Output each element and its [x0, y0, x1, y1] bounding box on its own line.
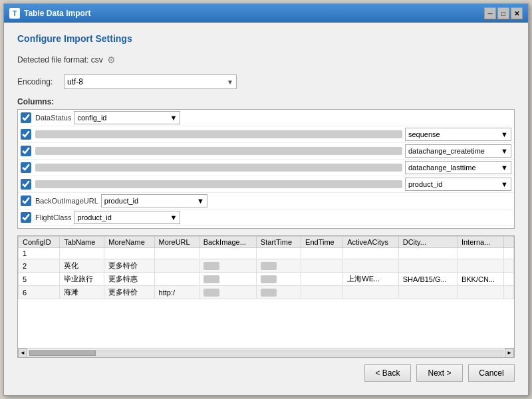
scroll-thumb[interactable] — [29, 350, 96, 356]
column-mapping-value-4: product_id — [408, 180, 442, 188]
encoding-select[interactable]: utf-8 ▼ — [64, 74, 237, 89]
title-bar: T Table Data Import ─ □ ✕ — [4, 4, 528, 23]
cell-dcity — [398, 286, 457, 299]
table-row: 2 英化 更多特价 — [19, 259, 514, 273]
column-mapping-value-3: datachange_lasttime — [408, 164, 476, 172]
column-name-1 — [35, 130, 402, 138]
column-name-2 — [35, 147, 402, 155]
col-header-activeacitys: ActiveACitys — [343, 237, 398, 248]
cell-interna — [457, 259, 503, 273]
column-mapping-select-5[interactable]: product_id ▼ — [101, 194, 207, 207]
column-row-6: FlightClass product_id ▼ — [18, 209, 514, 226]
column-mapping-value-6: product_id — [77, 213, 111, 221]
column-checkbox-6[interactable] — [21, 212, 31, 223]
cell-endtime — [301, 248, 343, 259]
column-checkbox-5[interactable] — [21, 196, 31, 206]
main-window: T Table Data Import ─ □ ✕ Configure Impo… — [3, 3, 529, 396]
column-row-0: DataStatus config_id ▼ — [18, 110, 514, 126]
column-mapping-select-6[interactable]: product_id ▼ — [74, 211, 180, 224]
column-mapping-select-1[interactable]: sequense ▼ — [405, 128, 511, 141]
cancel-button[interactable]: Cancel — [468, 364, 515, 382]
column-mapping-value-0: config_id — [77, 114, 106, 122]
cell-tabname: 英化 — [60, 259, 104, 273]
column-mapping-value-5: product_id — [104, 197, 138, 205]
column-checkbox-4[interactable] — [21, 179, 31, 190]
cell-extra — [504, 273, 514, 286]
cell-starttime — [256, 259, 301, 273]
col-header-tabname: TabName — [60, 237, 104, 248]
footer: < Back Next > Cancel — [17, 364, 515, 384]
column-mapping-select-4[interactable]: product_id ▼ — [405, 178, 511, 191]
cell-interna — [457, 248, 503, 259]
cell-interna — [457, 286, 503, 299]
encoding-value: utf-8 — [67, 77, 83, 86]
cell-id: 5 — [19, 273, 60, 286]
cell-dcity: SHA/B15/G... — [398, 273, 457, 286]
cell-morename: 更多特价 — [104, 259, 154, 273]
data-table: ConfigID TabName MoreName MoreURL BackIm… — [18, 236, 514, 299]
cell-endtime — [301, 259, 343, 273]
cell-tabname — [60, 248, 104, 259]
table-row: 5 毕业旅行 更多特惠 上海WE... SHA/B15/G... BKK/CN.… — [19, 273, 514, 286]
scroll-right-icon[interactable]: ► — [505, 348, 514, 358]
table-wrapper[interactable]: ConfigID TabName MoreName MoreURL BackIm… — [18, 236, 514, 348]
column-checkbox-1[interactable] — [21, 129, 31, 140]
column-mapping-arrow-2: ▼ — [501, 147, 508, 155]
column-name-4 — [35, 180, 402, 188]
col-header-extra — [504, 237, 514, 248]
col-header-starttime: StartTime — [256, 237, 301, 248]
cell-extra — [504, 286, 514, 299]
cell-moreurl — [154, 273, 199, 286]
scroll-left-icon[interactable]: ◄ — [18, 348, 27, 358]
cell-id: 1 — [19, 248, 60, 259]
cell-morename — [104, 248, 154, 259]
cell-activeacitys — [343, 286, 398, 299]
column-mapping-select-2[interactable]: datachange_createtime ▼ — [405, 144, 511, 158]
back-button[interactable]: < Back — [364, 364, 411, 382]
column-checkbox-2[interactable] — [21, 146, 31, 156]
column-checkbox-0[interactable] — [21, 112, 31, 123]
column-checkbox-3[interactable] — [21, 162, 31, 173]
column-mapping-arrow-4: ▼ — [501, 180, 508, 188]
table-row: 6 海滩 更多特价 http:/ — [19, 286, 514, 299]
next-button[interactable]: Next > — [416, 364, 463, 382]
cell-interna: BKK/CN... — [457, 273, 503, 286]
minimize-button[interactable]: ─ — [484, 7, 496, 19]
column-mapping-arrow-0: ▼ — [170, 114, 178, 122]
column-name-6: FlightClass — [35, 213, 71, 221]
cell-tabname: 毕业旅行 — [60, 273, 104, 286]
file-format-row: Detected file format: csv ⚙ — [17, 55, 515, 65]
encoding-row: Encoding: utf-8 ▼ — [17, 74, 515, 89]
cell-tabname: 海滩 — [60, 286, 104, 299]
cell-endtime — [301, 286, 343, 299]
horizontal-scrollbar[interactable]: ◄ ► — [18, 348, 514, 357]
column-mapping-select-3[interactable]: datachange_lasttime ▼ — [405, 161, 511, 174]
cell-morename: 更多特惠 — [104, 273, 154, 286]
column-row-4: product_id ▼ — [18, 176, 514, 193]
cell-moreurl — [154, 259, 199, 273]
maximize-button[interactable]: □ — [497, 7, 509, 19]
col-header-endtime: EndTime — [301, 237, 343, 248]
columns-section: DataStatus config_id ▼ sequense ▼ — [17, 109, 515, 229]
column-mapping-arrow-5: ▼ — [197, 197, 204, 205]
column-row-5: BackOutImageURL product_id ▼ — [18, 193, 514, 209]
column-mapping-select-0[interactable]: config_id ▼ — [74, 111, 180, 124]
column-name-3 — [35, 164, 402, 172]
col-header-moreurl: MoreURL — [154, 237, 199, 248]
window-icon: T — [9, 8, 20, 19]
cell-backimage — [199, 273, 256, 286]
col-header-morename: MoreName — [104, 237, 154, 248]
encoding-arrow-icon: ▼ — [227, 78, 233, 86]
data-table-section: ConfigID TabName MoreName MoreURL BackIm… — [17, 235, 515, 358]
encoding-label: Encoding: — [17, 77, 64, 86]
close-button[interactable]: ✕ — [511, 7, 523, 19]
gear-icon[interactable]: ⚙ — [107, 55, 116, 65]
window-body: Configure Import Settings Detected file … — [4, 23, 528, 395]
scroll-track[interactable] — [29, 350, 503, 356]
column-mapping-value-2: datachange_createtime — [408, 147, 485, 155]
cell-dcity — [398, 248, 457, 259]
column-mapping-arrow-3: ▼ — [501, 164, 508, 172]
cell-backimage — [199, 286, 256, 299]
cell-starttime — [256, 273, 301, 286]
cell-backimage — [199, 259, 256, 273]
